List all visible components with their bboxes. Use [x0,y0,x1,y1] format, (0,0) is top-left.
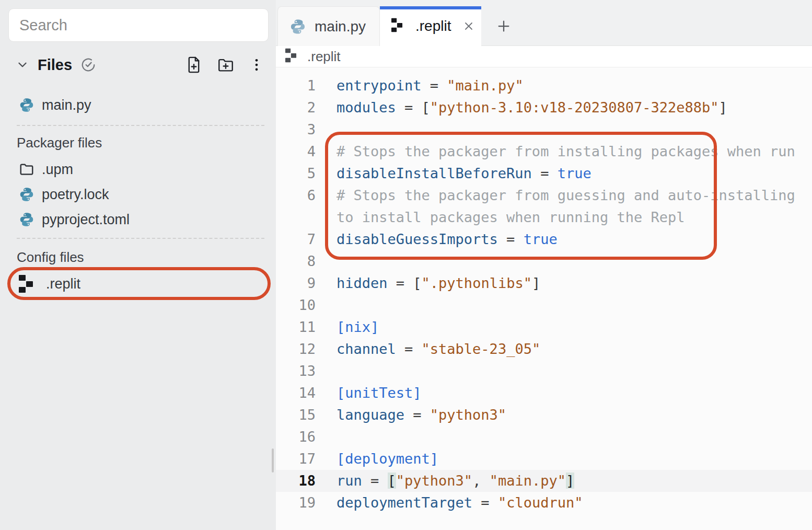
code-line[interactable]: 5disableInstallBeforeRun = true [276,163,812,185]
line-text: to install packages when running the Rep… [337,206,685,228]
python-icon [19,187,34,202]
line-text: # Stops the packager from installing pac… [337,141,795,163]
python-icon [19,212,34,227]
line-number: 4 [276,141,316,163]
sidebar-item-pyproject-toml[interactable]: pyproject.toml [0,208,276,232]
line-number: 9 [276,272,316,294]
line-number: 5 [276,163,316,185]
tab-label: .replit [415,18,451,34]
replit-icon [285,47,301,66]
line-text: # Stops the packager from guessing and a… [337,185,795,206]
code-line[interactable]: 12channel = "stable-23_05" [276,338,812,360]
check-circle-icon [80,57,96,73]
code-line[interactable]: to install packages when running the Rep… [276,206,812,228]
file-sidebar: Files main.py Packag [0,0,276,530]
sidebar-scrollbar[interactable] [272,448,274,473]
code-line[interactable]: 11[nix] [276,316,812,338]
files-section-title: Files [38,56,72,74]
line-number: 18 [276,470,316,492]
new-tab-button[interactable] [491,14,516,39]
sidebar-item-upm[interactable]: .upm [0,157,276,181]
line-text: hidden = [".pythonlibs"] [337,272,540,294]
file-name: poetry.lock [42,187,109,203]
chevron-down-icon[interactable] [16,58,29,72]
code-line[interactable]: 10 [276,294,812,316]
editor-tabbar: main.py .replit [276,0,812,46]
sidebar-item-replit[interactable]: .replit [0,271,276,297]
line-number: 1 [276,75,316,97]
code-line[interactable]: 7disableGuessImports = true [276,228,812,250]
code-line[interactable]: 15language = "python3" [276,404,812,426]
close-icon[interactable] [462,20,475,32]
kebab-menu-icon[interactable] [249,56,264,74]
code-line[interactable]: 2modules = ["python-3.10:v18-20230807-32… [276,97,812,119]
code-editor[interactable]: 1entrypoint = "main.py"2modules = ["pyth… [276,67,812,530]
code-line[interactable]: 14[unitTest] [276,382,812,404]
active-tab-indicator [380,6,481,9]
sidebar-item-poetry-lock[interactable]: poetry.lock [0,182,276,206]
line-number: 10 [276,294,316,316]
file-name: main.py [42,97,91,113]
code-line[interactable]: 1entrypoint = "main.py" [276,75,812,97]
line-number: 16 [276,426,316,448]
line-number [276,206,316,228]
code-line[interactable]: 8 [276,250,812,272]
tab-label: main.py [315,18,366,35]
line-number: 14 [276,382,316,404]
code-line[interactable]: 4# Stops the packager from installing pa… [276,141,812,163]
line-number: 8 [276,250,316,272]
divider [17,238,264,239]
line-text: [deployment] [337,448,438,470]
replit-icon [19,276,34,292]
line-number: 7 [276,228,316,250]
code-rows: 1entrypoint = "main.py"2modules = ["pyth… [276,75,812,514]
code-line[interactable]: 9hidden = [".pythonlibs"] [276,272,812,294]
line-number: 11 [276,316,316,338]
tab-main-py[interactable]: main.py [277,6,380,46]
line-text: language = "python3" [337,404,506,426]
divider [17,125,264,126]
line-number: 17 [276,448,316,470]
file-name: .upm [42,162,73,178]
line-number: 3 [276,119,316,141]
line-text: disableInstallBeforeRun = true [337,163,591,185]
code-line[interactable]: 19deploymentTarget = "cloudrun" [276,492,812,514]
file-name: pyproject.toml [42,212,130,228]
search-box [8,8,269,42]
line-text: modules = ["python-3.10:v18-20230807-322… [337,97,727,119]
files-section-header[interactable]: Files [0,53,276,77]
line-number: 2 [276,97,316,119]
new-folder-button[interactable] [216,56,235,74]
breadcrumb: .replit [276,46,812,67]
line-number: 19 [276,492,316,514]
line-text: [nix] [337,316,379,338]
file-name: .replit [46,276,80,292]
breadcrumb-file: .replit [307,49,341,65]
python-icon [289,18,306,35]
code-line[interactable]: 16 [276,426,812,448]
sidebar-item-main-py[interactable]: main.py [0,93,276,117]
code-line[interactable]: 17[deployment] [276,448,812,470]
new-file-button[interactable] [185,56,203,74]
line-number: 13 [276,360,316,382]
code-line[interactable]: 13 [276,360,812,382]
line-text: disableGuessImports = true [337,228,558,250]
tab-replit[interactable]: .replit [380,6,481,46]
folder-icon [19,162,34,177]
code-line[interactable]: 18run = ["python3", "main.py"] [276,470,812,492]
line-number: 15 [276,404,316,426]
line-text: entrypoint = "main.py" [337,75,524,97]
code-line[interactable]: 6# Stops the packager from guessing and … [276,185,812,206]
code-line[interactable]: 3 [276,119,812,141]
line-text: [unitTest] [337,382,422,404]
packager-files-label: Packager files [17,135,102,151]
line-text: deploymentTarget = "cloudrun" [337,492,583,514]
search-input[interactable] [9,9,268,41]
python-icon [19,97,34,113]
line-text: channel = "stable-23_05" [337,338,540,360]
replit-workspace: Files main.py Packag [0,0,812,530]
line-number: 12 [276,338,316,360]
line-number: 6 [276,185,316,206]
plus-icon [496,18,512,34]
replit-icon [391,16,407,36]
